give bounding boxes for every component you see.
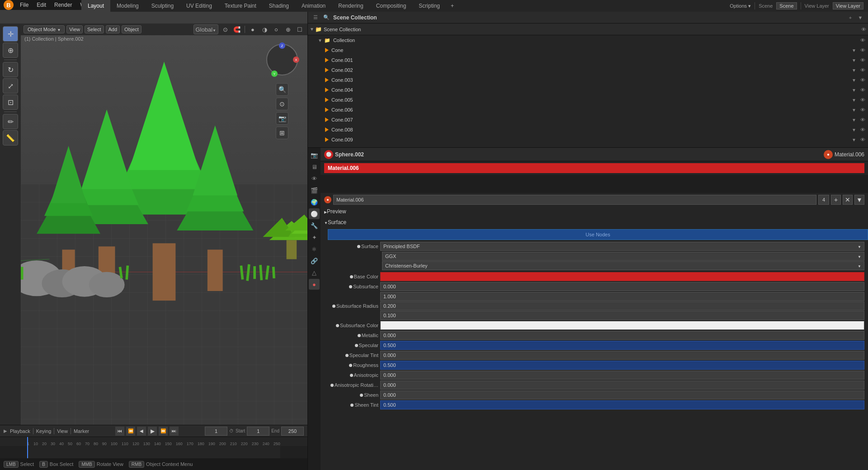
cone003-filter-icon[interactable]: ▼ — [852, 78, 856, 83]
cone007-vis-toggle[interactable]: 👁 — [859, 116, 866, 123]
specular-tint-field[interactable]: 0.000 — [380, 351, 864, 360]
tab-sculpting[interactable]: Sculpting — [145, 0, 180, 12]
add-workspace-btn[interactable]: + — [446, 1, 458, 11]
material-selector-field[interactable]: Material.006 — [333, 195, 816, 205]
zoom-to-fit-btn[interactable]: ⊙ — [276, 98, 288, 110]
gizmo-x-right[interactable]: X — [293, 56, 299, 63]
cone008-vis-toggle[interactable]: 👁 — [859, 126, 866, 133]
viewport-shading-rendered[interactable]: ○ — [271, 24, 281, 34]
playback-menu[interactable]: Playback — [10, 428, 30, 434]
cone006-filter-icon[interactable]: ▼ — [852, 108, 856, 113]
play-reverse-btn[interactable]: ◀ — [137, 427, 146, 436]
xray-btn[interactable]: ☐ — [295, 24, 305, 34]
jump-to-start-btn[interactable]: ⏮ — [115, 427, 124, 436]
remove-material-btn[interactable]: ✕ — [843, 195, 853, 205]
jump-to-end-btn[interactable]: ⏭ — [170, 427, 179, 436]
transform-tool[interactable]: ⊡ — [3, 94, 18, 110]
tab-animation[interactable]: Animation — [295, 0, 332, 12]
select-menu[interactable]: Select — [85, 25, 104, 33]
cone005-filter-icon[interactable]: ▼ — [852, 98, 856, 103]
cone002-filter-icon[interactable]: ▼ — [852, 68, 856, 73]
proportional-edit-btn[interactable]: ⊙ — [220, 24, 230, 34]
metallic-field[interactable]: 0.000 — [380, 331, 864, 340]
anisotropic-rotation-field[interactable]: 0.000 — [380, 381, 864, 390]
ss-radius-b[interactable]: 0.100 — [380, 311, 864, 320]
prop-tab-view[interactable]: 👁 — [309, 173, 320, 184]
tab-scripting[interactable]: Scripting — [412, 0, 446, 12]
rotate-tool[interactable]: ↻ — [3, 62, 18, 77]
scene-collection-row[interactable]: ▼ 📁 Scene Collection 👁 — [308, 24, 868, 35]
specular-field[interactable]: 0.500 — [380, 341, 864, 350]
anisotropic-field[interactable]: 0.000 — [380, 371, 864, 380]
prop-tab-modifier[interactable]: 🔧 — [309, 220, 320, 231]
ss-radius-g[interactable]: 0.200 — [380, 301, 864, 310]
navigation-gizmo[interactable]: Z X Y — [264, 42, 300, 78]
outliner-filter-icon[interactable]: 🔍 — [322, 14, 330, 22]
tab-texture-paint[interactable]: Texture Paint — [218, 0, 263, 12]
tab-compositing[interactable]: Compositing — [370, 0, 413, 12]
cursor-tool[interactable]: ✛ — [3, 26, 18, 42]
new-material-btn[interactable]: + — [831, 195, 841, 205]
cone003-vis-toggle[interactable]: 👁 — [859, 76, 866, 84]
cone008-filter-icon[interactable]: ▼ — [852, 127, 856, 132]
cone004-filter-icon[interactable]: ▼ — [852, 88, 856, 93]
cone001-vis-toggle[interactable]: 👁 — [859, 56, 866, 64]
outliner-row-cone008[interactable]: Cone.008 ▼ 👁 — [308, 125, 868, 135]
sheen-field[interactable]: 0.000 — [380, 390, 864, 400]
surface-type-field[interactable]: Principled BSDF — [380, 242, 864, 251]
outliner-new-collection-btn[interactable]: + — [846, 14, 854, 22]
menu-render[interactable]: Render — [51, 1, 75, 9]
viewport-shading-solid[interactable]: ● — [248, 24, 258, 34]
snap-btn[interactable]: 🧲 — [232, 24, 242, 34]
measure-tool[interactable]: 📏 — [3, 130, 18, 146]
browse-material-btn[interactable]: ▼ — [854, 195, 864, 205]
view-menu[interactable]: View — [66, 25, 83, 33]
menu-file[interactable]: File — [16, 1, 32, 9]
view-layer-dropdown[interactable]: View Layer — [833, 2, 863, 9]
perspective-toggle-btn[interactable]: ⊞ — [276, 127, 288, 139]
view-menu-timeline[interactable]: View — [57, 428, 68, 434]
cone-vis-toggle[interactable]: 👁 — [859, 47, 866, 54]
scale-tool[interactable]: ⤢ — [3, 78, 18, 94]
overlays-btn[interactable]: ⊕ — [283, 24, 293, 34]
outliner-row-cone004[interactable]: Cone.004 ▼ 👁 — [308, 85, 868, 95]
prop-tab-object[interactable]: ⚪ — [309, 208, 320, 219]
outliner-row-collection[interactable]: ▼ 📁 Collection 👁 — [308, 35, 868, 45]
play-btn[interactable]: ▶ — [148, 427, 157, 436]
cone001-filter-icon[interactable]: ▼ — [852, 58, 856, 63]
annotate-tool[interactable]: ✏ — [3, 114, 18, 129]
cone-filter-icon[interactable]: ▼ — [852, 48, 856, 53]
cone005-vis-toggle[interactable]: 👁 — [859, 96, 866, 103]
tab-uv-editing[interactable]: UV Editing — [180, 0, 218, 12]
scene-vis-icon[interactable]: 👁 — [861, 27, 866, 32]
keying-menu[interactable]: Keying — [36, 428, 52, 434]
subsurface-field[interactable]: 0.000 — [380, 282, 864, 291]
outliner-row-cone006[interactable]: Cone.006 ▼ 👁 — [308, 105, 868, 115]
outliner-filter-toggle[interactable]: ▼ — [856, 14, 864, 22]
cone002-vis-toggle[interactable]: 👁 — [859, 66, 866, 74]
options-btn[interactable]: Options ▾ — [730, 3, 751, 9]
tab-shading[interactable]: Shading — [263, 0, 295, 12]
outliner-row-cone005[interactable]: Cone.005 ▼ 👁 — [308, 95, 868, 105]
gizmo-z-top[interactable]: Z — [279, 42, 285, 49]
gizmo-y-bottom[interactable]: Y — [271, 70, 278, 77]
global-dropdown[interactable]: Global — [193, 24, 219, 34]
prop-tab-data[interactable]: △ — [309, 267, 320, 278]
add-menu[interactable]: Add — [106, 25, 120, 33]
next-keyframe-btn[interactable]: ⏩ — [159, 427, 168, 436]
tab-modeling[interactable]: Modeling — [110, 0, 145, 12]
subsurface-method-field[interactable]: Christensen-Burley — [382, 261, 864, 270]
distribution-field[interactable]: GGX — [382, 252, 864, 261]
surface-section-header[interactable]: Surface — [324, 217, 864, 227]
outliner-row-cone001[interactable]: Cone.001 ▼ 👁 — [308, 55, 868, 65]
roughness-field[interactable]: 0.500 — [380, 361, 864, 370]
tab-layout[interactable]: Layout — [81, 0, 110, 12]
outliner-row-cone002[interactable]: Cone.002 ▼ 👁 — [308, 65, 868, 75]
use-nodes-btn[interactable]: Use Nodes — [328, 229, 868, 240]
camera-btn[interactable]: 📷 — [276, 112, 288, 125]
prop-tab-output[interactable]: 🖥 — [309, 161, 320, 172]
cone009-vis-toggle[interactable]: 👁 — [859, 136, 866, 143]
ss-radius-r[interactable]: 1.000 — [380, 292, 864, 301]
prop-tab-physics[interactable]: ⚛ — [309, 244, 320, 254]
outliner-row-cone[interactable]: Cone ▼ 👁 — [308, 45, 868, 55]
